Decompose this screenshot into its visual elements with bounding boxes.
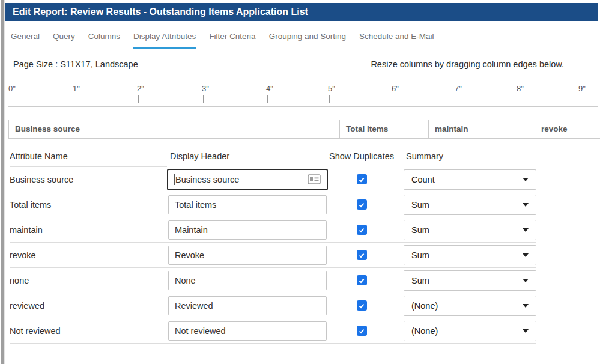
table-row: maintain Maintain Sum [10, 217, 536, 243]
attribute-name-label: maintain [10, 225, 167, 235]
contact-card-icon[interactable] [308, 174, 321, 184]
ruler-tick-icon [10, 95, 10, 103]
show-duplicates-checkbox[interactable] [357, 174, 367, 184]
display-header-input[interactable]: Total items [168, 195, 327, 214]
display-attributes-table: Attribute Name Display Header Show Dupli… [10, 151, 536, 344]
column-preview-row: Business source Total items maintain rev… [8, 120, 600, 139]
resize-hint-label: Resize columns by dragging column edges … [371, 59, 564, 69]
attribute-name-label: revoke [10, 250, 167, 260]
tab-filter-criteria[interactable]: Filter Criteria [209, 32, 255, 49]
ruler-tick-icon [580, 95, 580, 103]
table-row: revoke Revoke Sum [10, 243, 536, 268]
summary-dropdown[interactable]: Sum [404, 195, 536, 215]
show-duplicates-checkbox[interactable] [357, 225, 367, 235]
ruler-tick-icon [203, 95, 204, 103]
ruler-mark-0: 0" [8, 84, 16, 103]
show-duplicates-cell [328, 250, 404, 260]
show-duplicates-checkbox[interactable] [357, 275, 367, 285]
window-edge-strip-highlight [4, 0, 5, 364]
ruler-mark-8: 8" [517, 84, 524, 103]
preview-column-revoke[interactable]: revoke [535, 120, 600, 138]
summary-dropdown[interactable]: (None) [404, 321, 536, 341]
show-duplicates-checkbox[interactable] [357, 250, 367, 260]
ruler-mark-6: 6" [392, 84, 399, 103]
page-size-label: Page Size : S11X17, Landscape [13, 59, 138, 69]
dialog-title-bar: Edit Report: Review Results - Outstandin… [5, 3, 598, 21]
table-row: Not reviewed Not reviewed (None) [10, 318, 536, 344]
chevron-down-icon [523, 279, 529, 282]
ruler-mark-5: 5" [328, 84, 335, 103]
ruler-baseline [8, 106, 598, 107]
ruler-mark-2: 2" [137, 84, 144, 103]
header-attribute-name: Attribute Name [10, 151, 167, 167]
tab-grouping-and-sorting[interactable]: Grouping and Sorting [269, 32, 346, 49]
show-duplicates-checkbox[interactable] [357, 300, 367, 311]
ruler-tick-icon [267, 95, 268, 103]
info-bar: Page Size : S11X17, Landscape Resize col… [13, 59, 564, 69]
tab-columns[interactable]: Columns [88, 32, 120, 49]
ruler-tick-icon [518, 95, 518, 103]
display-header-input[interactable]: Reviewed [168, 296, 327, 315]
chevron-down-icon [523, 304, 529, 308]
table-row: Business source Business source Count [10, 167, 536, 192]
table-row: Total items Total items Sum [10, 192, 536, 217]
preview-column-maintain[interactable]: maintain [429, 120, 535, 138]
display-header-input[interactable]: Business source [167, 169, 328, 190]
ruler-mark-1: 1" [73, 84, 80, 103]
tab-bar: General Query Columns Display Attributes… [11, 32, 434, 49]
display-header-input[interactable]: None [168, 271, 327, 290]
show-duplicates-cell [328, 225, 404, 235]
ruler-tick-icon [74, 95, 74, 103]
text-cursor [174, 174, 175, 185]
display-header-input[interactable]: Revoke [168, 246, 327, 265]
ruler-mark-4: 4" [266, 84, 273, 103]
summary-dropdown[interactable]: Sum [404, 245, 536, 265]
chevron-down-icon [523, 178, 529, 181]
attribute-name-label: Total items [10, 200, 167, 210]
chevron-down-icon [523, 203, 529, 207]
attributes-header-row: Attribute Name Display Header Show Dupli… [10, 151, 536, 167]
ruler-tick-icon [393, 95, 393, 103]
ruler-mark-7: 7" [455, 84, 462, 103]
attribute-name-label: Not reviewed [10, 326, 167, 336]
summary-dropdown[interactable]: (None) [404, 296, 536, 316]
tab-schedule-and-email[interactable]: Schedule and E-Mail [359, 32, 434, 49]
show-duplicates-checkbox[interactable] [357, 326, 367, 336]
attribute-name-label: reviewed [10, 301, 167, 311]
tab-general[interactable]: General [11, 32, 40, 49]
tab-query[interactable]: Query [53, 32, 75, 49]
dialog-title: Edit Report: Review Results - Outstandin… [13, 7, 308, 17]
show-duplicates-cell [328, 326, 404, 336]
ruler-mark-9: 9" [578, 84, 586, 103]
attribute-name-label: Business source [10, 175, 167, 184]
preview-column-business-source[interactable]: Business source [9, 120, 340, 138]
ruler-tick-icon [138, 95, 139, 103]
ruler-tick-icon [456, 95, 456, 103]
show-duplicates-cell [328, 174, 404, 184]
display-header-input[interactable]: Not reviewed [168, 321, 327, 341]
header-summary: Summary [404, 151, 536, 167]
ruler-tick-icon [329, 95, 330, 103]
header-show-duplicates: Show Duplicates [329, 151, 394, 167]
summary-dropdown[interactable]: Sum [404, 270, 536, 291]
display-header-input[interactable]: Maintain [168, 220, 327, 240]
chevron-down-icon [523, 228, 529, 232]
summary-dropdown[interactable]: Count [404, 169, 536, 190]
table-row: reviewed Reviewed (None) [10, 293, 536, 318]
summary-dropdown[interactable]: Sum [404, 220, 536, 240]
preview-column-total-items[interactable]: Total items [340, 120, 429, 138]
header-display-header: Display Header [167, 151, 328, 167]
tab-display-attributes[interactable]: Display Attributes [133, 32, 196, 49]
show-duplicates-cell [328, 199, 404, 210]
attribute-name-label: none [10, 276, 167, 285]
edit-report-dialog: Edit Report: Review Results - Outstandin… [0, 0, 600, 364]
column-ruler: 0" 1" 2" 3" 4" 5" 6" 7" 8" 9" [0, 84, 600, 107]
show-duplicates-cell [328, 275, 404, 285]
chevron-down-icon [523, 329, 529, 333]
chevron-down-icon [523, 253, 529, 257]
ruler-mark-3: 3" [202, 84, 209, 103]
show-duplicates-cell [328, 300, 404, 311]
show-duplicates-checkbox[interactable] [357, 199, 367, 210]
table-row: none None Sum [10, 268, 536, 293]
